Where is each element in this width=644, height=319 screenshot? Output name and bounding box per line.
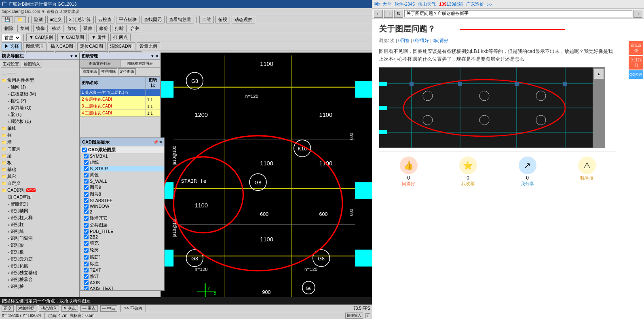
layer-item-layer8[interactable]: 图层8 [80, 191, 164, 198]
layer-item-vline[interactable]: 虚线 [80, 159, 164, 166]
nav-custom[interactable]: 📁 自定义 [1, 180, 78, 187]
layer-item-public[interactable]: 公共图层 [80, 222, 164, 228]
nav-smart-identify[interactable]: ▪ 智能识别 [7, 201, 78, 207]
link-wangzhi[interactable]: 网址大全 [374, 1, 391, 7]
link-mail[interactable]: 139139邮箱 [439, 1, 463, 7]
layer-item-layer9[interactable]: 图层9 [80, 184, 164, 191]
drawing-row-1[interactable]: 1 吴永良一住宅(二层以(当 [80, 89, 160, 96]
layer-item-SSTAIR[interactable]: S_STAIR [80, 166, 164, 171]
tb-btn-2d[interactable]: 二维 [199, 16, 214, 23]
nav-identify-column-detail[interactable]: ▪ 识别柱大样 [7, 214, 78, 221]
btn-intersect[interactable]: ✕ 交点 [61, 305, 78, 312]
tb-property[interactable]: ▼ 属性 [89, 34, 109, 41]
nav-identify-negative[interactable]: ▪ 识别负筋 [7, 262, 78, 269]
nav-identify-pile-cap[interactable]: ▪ 识别桩承台 [7, 276, 78, 283]
layer-item-fill[interactable]: 填充 [80, 240, 164, 247]
nav-beam[interactable]: ▪ 梁 (L) [7, 111, 78, 118]
drawing-row-3[interactable]: 3 二层柱表.CADI 1:1 [80, 103, 160, 110]
tb-btn-define[interactable]: ■定义 [47, 16, 65, 23]
tb-btn-open[interactable]: 📁 [15, 16, 26, 23]
nav-zhu[interactable]: 📁 柱 [1, 132, 78, 139]
btn-quick-input[interactable]: 快捷输入 [345, 313, 363, 319]
nav-identify-axis[interactable]: ▪ 识别轴网 [7, 207, 78, 214]
layer-item-WINDOW[interactable]: WINDOW [80, 203, 164, 209]
floor-select[interactable]: 首层 [2, 34, 21, 41]
tb-drawing-mgr[interactable]: 图纸管理 [23, 42, 46, 50]
layer-item-SWALL[interactable]: S_WALL [80, 178, 164, 184]
action-report[interactable]: ⚠ 我举报 [578, 156, 596, 187]
nav-identify-pile[interactable]: ▪ 识别桩 [7, 283, 78, 290]
tb-merge[interactable]: 合并 [128, 25, 142, 32]
btn-snap[interactable]: 对象捕捉 [16, 305, 36, 312]
layer-item-AXIS-TEXT[interactable]: AXIS_TEXT [80, 285, 164, 290]
nav-identify-isolated[interactable]: ▪ 识别独立基础 [7, 269, 78, 276]
nav-axisline[interactable]: 📁 轴线 [1, 125, 78, 132]
nav-shear[interactable]: ▪ 剪力墙 (Q) [7, 104, 78, 111]
cad-canvas[interactable]: 1200 1100 1100 1100 1100 1100 600 1100 6… [161, 53, 372, 312]
tb-rotate[interactable]: 旋转 [65, 25, 79, 32]
tb-locate-cad[interactable]: 定位CAD图 [77, 42, 106, 50]
layer-item-rebar1[interactable]: 筋筋1 [80, 254, 164, 260]
btn-draw-input[interactable]: 绘图输入 [22, 61, 42, 68]
btn-down-arrow[interactable]: ↓ [365, 313, 371, 318]
meta-helpful[interactable]: 0问得好 [433, 38, 448, 43]
layer-item-brick[interactable]: 砖墙其它 [80, 215, 164, 222]
btn-project-setup[interactable]: 工程设置 [1, 61, 21, 68]
tb-insert-cad[interactable]: 插入CAD图 [48, 42, 76, 50]
layer-group-header[interactable]: CAD原始图层 [80, 146, 164, 153]
btn-organize-drawing[interactable]: 整理图纸 [99, 68, 117, 75]
widget-follow[interactable]: 关注我们 [629, 56, 643, 70]
tb-trim[interactable]: 修剪 [96, 25, 111, 32]
tb-move[interactable]: 移动 [49, 25, 63, 32]
tb-btn-dynamic[interactable]: 动态观察 [232, 16, 255, 23]
nav-slab[interactable]: ▪ 现浇板 (B) [7, 118, 78, 125]
layer-item-yellow[interactable]: 黄色 [80, 171, 164, 178]
btn-midpoint[interactable]: — 中点 [100, 305, 118, 312]
tb-btn-view[interactable]: 俯视 [215, 16, 230, 23]
nav-identify-door[interactable]: ▪ 识别门窗洞 [7, 235, 78, 242]
tb-mirror[interactable]: 镜像 [33, 25, 48, 32]
nav-wall[interactable]: 📁 墙 [1, 139, 78, 146]
tb-btn-find[interactable]: 查找圆元 [141, 16, 165, 23]
tb-extend[interactable]: 延伸 [80, 25, 95, 32]
tb-btn-cloud[interactable]: 云检查 [95, 16, 114, 23]
action-collect[interactable]: ⭐ 0 我收藏 [459, 156, 477, 187]
meta-answer[interactable]: 0回答 [398, 38, 410, 43]
layer-item-SLABSTEE[interactable]: SLABSTEE [80, 198, 164, 203]
sidebar-scroll-up[interactable]: ▲ [594, 69, 604, 79]
drawing-tab-floors[interactable]: 图纸楼层对照表 [120, 60, 160, 67]
widget-feedback[interactable]: 意见反馈 [629, 41, 643, 55]
tb-btn-steel[interactable]: 查看钢筋量 [166, 16, 194, 23]
meta-good[interactable]: 0管得好 [413, 38, 429, 43]
btn-ortho[interactable]: 正交 [2, 305, 14, 312]
btn-dynamic-input[interactable]: 动态输入 [39, 305, 59, 312]
browser-url-input[interactable] [404, 10, 632, 17]
browser-back-btn[interactable]: ← [374, 10, 383, 18]
drawing-row-2[interactable]: 2 夹层柱表.CADI 1:1 [80, 96, 160, 103]
nav-common-types[interactable]: 📁 常用构件类型 [1, 77, 78, 84]
tb-select[interactable]: ▶ 选择 [2, 42, 22, 50]
link-ruanjian[interactable]: 软件-2345 [395, 1, 415, 7]
nav-door[interactable]: 📁 门窗洞 [1, 146, 78, 152]
layer-item-annotation[interactable]: 标注 [80, 260, 164, 267]
layer-group-check[interactable] [82, 148, 87, 152]
nav-cad-identify[interactable]: 📁 CAD识别 NEW [1, 187, 78, 194]
btn-key-point[interactable]: — 重点 [80, 305, 98, 312]
nav-ban[interactable]: 📁 板 [1, 159, 78, 166]
layer-item-revision[interactable]: 修订 [80, 273, 164, 280]
tb-break[interactable]: 打断 [112, 25, 127, 32]
nav-axis[interactable]: ▪ 轴网 (J) [7, 84, 78, 91]
link-zaojia[interactable]: 广东造价 [466, 1, 484, 7]
widget-qq[interactable]: QQ咨询 [629, 70, 643, 79]
layer-item-2[interactable]: 2 [80, 209, 164, 215]
browser-go-btn[interactable]: → [633, 10, 642, 18]
tb-btn-hide[interactable]: 隐藏 [31, 16, 46, 23]
tb-two-point[interactable]: 打 两点 [110, 34, 131, 41]
layer-item-PUBTITLE[interactable]: PUB_TITLE [80, 228, 164, 234]
layer-item-outline[interactable]: 轮廓 [80, 247, 164, 254]
tb-delete[interactable]: 刪除 [2, 25, 16, 32]
nav-raft[interactable]: ▪ 筏板基础 (M) [7, 91, 78, 97]
tb-copy[interactable]: 复制 [17, 25, 32, 32]
layer-panel-pin[interactable]: 📌 [153, 140, 158, 144]
nav-liang[interactable]: 📁 梁 [1, 152, 78, 159]
